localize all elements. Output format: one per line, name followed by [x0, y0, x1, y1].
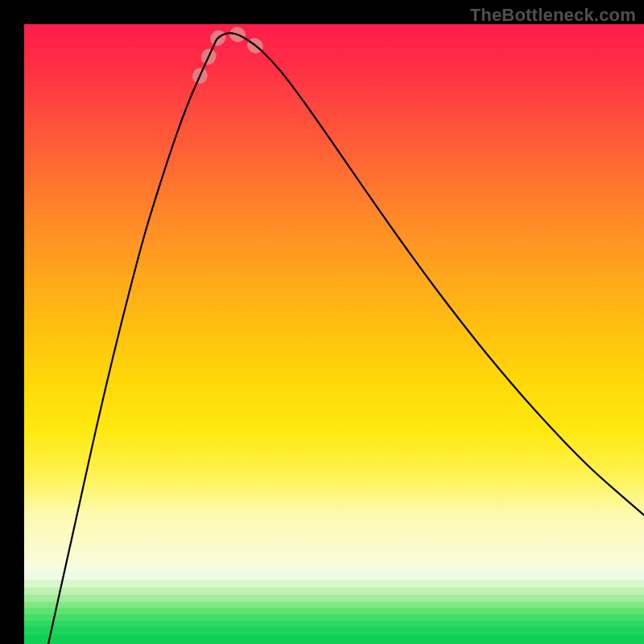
chart-stage: TheBottleneck.com [0, 0, 644, 644]
bottleneck-curve [48, 33, 644, 644]
plot-area [24, 24, 644, 644]
curve-layer [24, 24, 644, 644]
watermark-text: TheBottleneck.com [470, 5, 636, 26]
